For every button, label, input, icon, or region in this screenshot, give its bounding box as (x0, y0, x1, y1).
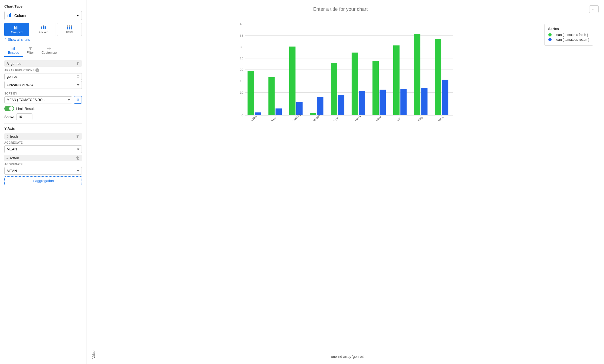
svg-rect-2 (10, 13, 11, 17)
stacked-label: Stacked (38, 31, 49, 34)
svg-rect-14 (67, 25, 68, 27)
chart-variants: Grouped Stacked 100% (4, 23, 82, 36)
field-type-icon: A (6, 62, 9, 66)
y-axis-label: Value (92, 18, 96, 359)
svg-marker-22 (28, 47, 32, 50)
svg-rect-20 (13, 48, 14, 50)
toggle-row: Limit Results (4, 106, 82, 111)
delete-fresh-icon[interactable]: 🗑 (76, 134, 80, 139)
svg-rect-10 (43, 25, 44, 26)
bar (289, 47, 296, 115)
delete-rotten-icon[interactable]: 🗑 (76, 156, 80, 160)
hundred-percent-variant-btn[interactable]: 100% (57, 23, 82, 36)
chart-inner: 40 35 30 25 20 15 10 (97, 18, 599, 359)
y-axis-section: Y Axis # fresh 🗑 AGGREGATE MEAN # rotten… (4, 126, 82, 185)
svg-rect-11 (45, 26, 46, 29)
bar (352, 53, 358, 115)
tab-encode[interactable]: Encode (4, 45, 23, 57)
left-panel: Chart Type Column ▾ Grouped Stacked 100%… (0, 0, 86, 364)
svg-rect-19 (12, 48, 12, 50)
bar (338, 95, 344, 115)
svg-text:25: 25 (240, 56, 243, 60)
chart-type-label: Column (14, 14, 27, 18)
bar (269, 77, 275, 115)
x-label: War (395, 117, 401, 121)
svg-rect-18 (71, 25, 72, 26)
svg-rect-0 (8, 15, 8, 17)
bar (310, 113, 316, 115)
grouped-label: Grouped (11, 31, 22, 34)
y-rotten-field-row: # rotten 🗑 (4, 155, 82, 161)
svg-rect-3 (14, 26, 15, 29)
encode-tabs: Encode Filter Customize (4, 45, 82, 57)
y-axis-title: Y Axis (4, 126, 82, 130)
stacked-variant-btn[interactable]: Stacked (31, 23, 56, 36)
svg-text:20: 20 (240, 68, 243, 71)
x-axis-field-row: A genres 🗑 (4, 60, 82, 67)
limit-results-toggle[interactable] (4, 106, 14, 111)
svg-rect-13 (67, 27, 68, 29)
delete-field-icon[interactable]: 🗑 (76, 61, 80, 66)
array-reductions-label: ARRAY REDUCTIONS i (4, 68, 82, 72)
aggregate-fresh-select[interactable]: MEAN (4, 145, 82, 153)
info-icon: i (35, 68, 39, 72)
x-label: History (415, 115, 423, 121)
hundred-percent-label: 100% (66, 31, 73, 34)
chart-svg-wrapper: 40 35 30 25 20 15 10 (97, 18, 599, 353)
svg-point-23 (49, 48, 50, 49)
array-expand-icon[interactable]: ❐ (77, 75, 79, 78)
dropdown-arrow: ▾ (77, 14, 79, 18)
x-axis-label: unwind array 'genres' (97, 355, 599, 359)
sort-direction-btn[interactable]: ⇅ (74, 96, 82, 104)
bar (414, 34, 420, 115)
svg-text:0: 0 (241, 113, 243, 117)
column-chart-icon (7, 13, 12, 18)
svg-text:15: 15 (240, 79, 243, 83)
add-aggregation-btn[interactable]: + aggregation (4, 176, 82, 185)
svg-rect-12 (45, 26, 46, 26)
show-row: Show: (4, 113, 82, 120)
chart-type-dropdown[interactable]: Column ▾ (4, 11, 82, 20)
x-label: Western (352, 115, 361, 121)
svg-rect-21 (14, 47, 15, 50)
svg-rect-1 (9, 14, 10, 17)
svg-text:35: 35 (240, 34, 243, 37)
svg-text:5: 5 (241, 102, 243, 106)
tab-filter[interactable]: Filter (23, 45, 38, 57)
svg-rect-16 (69, 25, 70, 27)
svg-rect-8 (41, 26, 42, 27)
bar (393, 45, 400, 115)
bar (373, 61, 379, 115)
bar-chart-svg: 40 35 30 25 20 15 10 (97, 18, 599, 121)
show-input[interactable] (16, 113, 32, 120)
hash-icon-fresh: # (6, 134, 8, 139)
svg-text:10: 10 (240, 91, 243, 94)
rotten-field-label: rotten (10, 156, 19, 160)
svg-rect-17 (71, 26, 72, 29)
array-field-block: genres ❐ (4, 73, 82, 80)
array-field-name: genres (7, 75, 18, 79)
svg-text:40: 40 (240, 22, 243, 26)
show-all-charts-btn[interactable]: ⌃ Show all charts (4, 38, 82, 42)
chart-title-input[interactable] (92, 6, 589, 12)
more-options-btn[interactable]: ··· (589, 5, 599, 13)
y-fresh-field-row: # fresh 🗑 (4, 133, 82, 140)
grouped-variant-btn[interactable]: Grouped (4, 23, 29, 36)
fresh-field-label: fresh (10, 134, 18, 139)
unwind-array-select[interactable]: UNWIND ARRAY (4, 81, 82, 89)
bar (248, 71, 254, 115)
aggregate-fresh-label: AGGREGATE (4, 141, 82, 144)
aggregate-rotten-select[interactable]: MEAN (4, 167, 82, 175)
svg-text:30: 30 (240, 45, 243, 49)
svg-rect-9 (43, 26, 44, 29)
x-label: Short (332, 116, 339, 121)
chart-type-title: Chart Type (4, 4, 82, 8)
bar (331, 63, 337, 115)
tab-customize[interactable]: Customize (38, 45, 61, 57)
sort-by-select[interactable]: MEAN ( TOMATOES.RO... (4, 96, 72, 103)
hash-icon-rotten: # (6, 156, 8, 160)
x-label: News (270, 116, 277, 121)
sort-by-label: SORT BY (4, 92, 82, 95)
genres-field-label: genres (11, 62, 21, 66)
chart-title-bar: ··· (92, 5, 599, 13)
